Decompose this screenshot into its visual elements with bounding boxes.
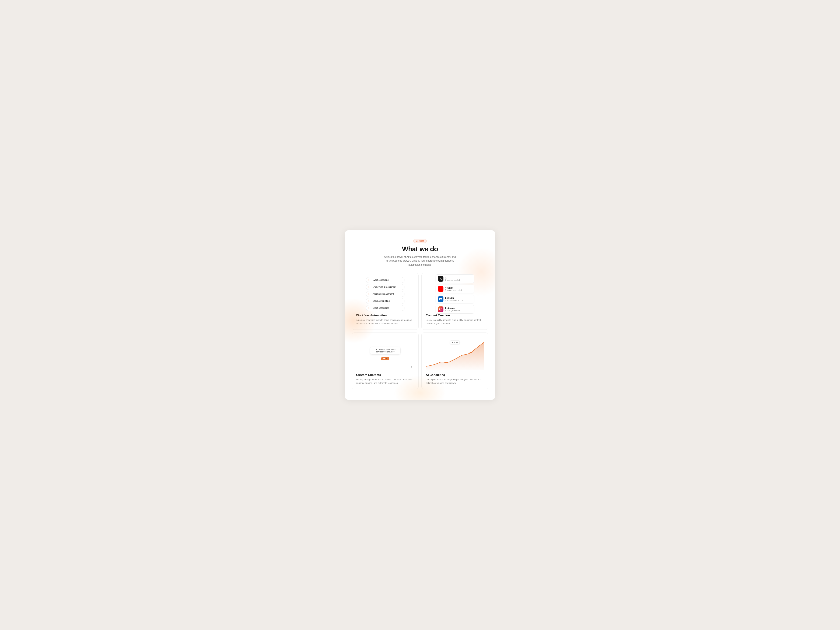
content-visual: X 3 post scheduled Youtube: [426, 277, 484, 311]
linkedin-desc: 2 article ready to post: [445, 299, 464, 302]
linkedin-icon: [438, 296, 444, 302]
send-icon: [411, 366, 413, 369]
content-title: Content Creation: [426, 314, 484, 317]
x-desc: 3 post scheduled: [445, 279, 460, 281]
youtube-desc: 7 videos scheduled: [445, 289, 462, 291]
ai-consulting-desc: Get expert advice on integrating AI into…: [426, 378, 484, 385]
instagram-icon: [438, 306, 444, 312]
workflow-label-approval: Approval management: [373, 293, 394, 295]
chatbots-title: Custom Chatbots: [356, 373, 414, 377]
chart-visual: +12 %: [426, 337, 484, 370]
check-icon-sales: [369, 300, 371, 302]
youtube-text: Youtube 7 videos scheduled: [445, 287, 462, 291]
ai-consulting-card: +12 % AI Consulting: [422, 333, 488, 389]
workflow-label-employees: Employees & recruitment: [373, 286, 396, 288]
page-header: Services What we do Unlock the power of …: [352, 239, 488, 267]
check-icon-employees: [369, 286, 371, 288]
recording-indicator: [381, 357, 389, 360]
workflow-desc: Automate repetitive tasks to boost effic…: [356, 318, 414, 325]
rec-dot-1: [384, 358, 385, 359]
workflow-label-sales: Sales & marketing: [373, 300, 390, 302]
youtube-icon: [438, 286, 444, 292]
workflow-item-event: Event scheduling: [366, 277, 404, 283]
check-icon-client: [369, 306, 371, 309]
services-badge: Services: [413, 239, 427, 243]
chart-peak-dot: [470, 352, 472, 353]
chat-bubble: Hi! I want to know about services you pr…: [370, 347, 401, 355]
check-icon-event: [369, 279, 371, 281]
workflow-label-client: Client onboarding: [373, 307, 389, 309]
linkedin-text: LinkedIn 2 article ready to post: [445, 297, 464, 302]
x-icon: [438, 276, 444, 281]
content-list: X 3 post scheduled Youtube: [436, 275, 474, 314]
workflow-item-approval: Approval management: [366, 291, 404, 297]
chatbot-visual: Hi! I want to know about services you pr…: [356, 337, 414, 370]
ai-consulting-title: AI Consulting: [426, 373, 484, 377]
services-grid: Event scheduling Employees & recruitment…: [352, 273, 488, 389]
page-subtitle: Unlock the power of AI to automate tasks…: [383, 255, 457, 267]
chatbots-desc: Deploy intelligent chatbots to handle cu…: [356, 378, 414, 385]
rec-dot-2: [386, 358, 387, 359]
workflow-automation-card: Event scheduling Employees & recruitment…: [352, 273, 418, 330]
workflow-title: Workflow Automation: [356, 314, 414, 317]
workflow-list: Event scheduling Employees & recruitment…: [366, 277, 404, 311]
linkedin-name: LinkedIn: [445, 297, 464, 299]
workflow-item-employees: Employees & recruitment: [366, 284, 404, 290]
chatbot-inner: Hi! I want to know about services you pr…: [356, 337, 414, 370]
workflow-visual: Event scheduling Employees & recruitment…: [356, 277, 414, 311]
check-icon-approval: [369, 293, 371, 295]
chatbots-card: Hi! I want to know about services you pr…: [352, 333, 418, 389]
platform-instagram: Instagram 4 post generated: [436, 305, 474, 314]
platform-x: X 3 post scheduled: [436, 275, 474, 283]
workflow-label-event: Event scheduling: [373, 279, 388, 281]
instagram-name: Instagram: [445, 307, 460, 309]
x-name: X: [445, 276, 460, 279]
workflow-item-sales: Sales & marketing: [366, 298, 404, 304]
youtube-name: Youtube: [445, 287, 462, 289]
instagram-desc: 4 post generated: [445, 309, 460, 311]
chart-badge: +12 %: [450, 340, 459, 344]
instagram-text: Instagram 4 post generated: [445, 307, 460, 311]
platform-linkedin: LinkedIn 2 article ready to post: [436, 295, 474, 303]
workflow-item-client: Client onboarding: [366, 305, 404, 311]
x-text: X 3 post scheduled: [445, 276, 460, 281]
platform-youtube: Youtube 7 videos scheduled: [436, 284, 474, 293]
content-desc: Use AI to quickly generate high-quality,…: [426, 318, 484, 325]
page-container: Services What we do Unlock the power of …: [345, 230, 495, 400]
page-title: What we do: [352, 245, 488, 253]
content-creation-card: X 3 post scheduled Youtube: [422, 273, 488, 330]
